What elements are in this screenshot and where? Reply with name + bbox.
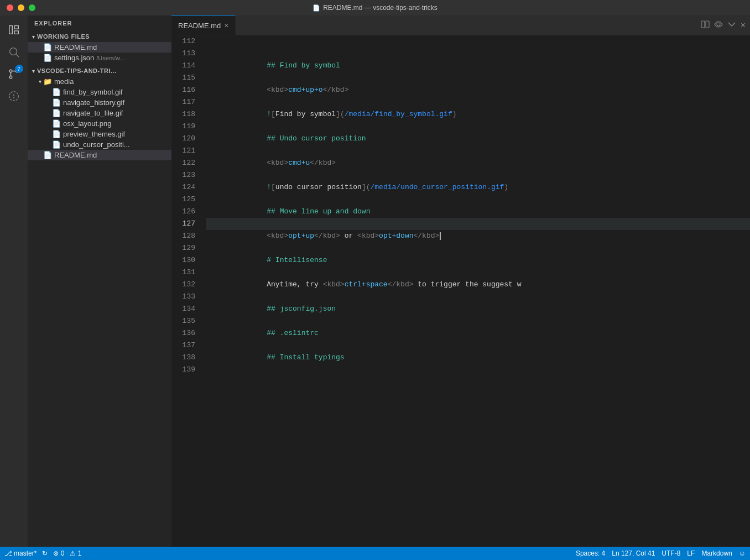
- paren-117a: (: [340, 110, 345, 118]
- kbd-127-opt-down: opt+down: [379, 232, 413, 240]
- working-files-arrow: ▾: [32, 34, 35, 40]
- code-line-123: ![undo cursor position](/media/undo_curs…: [206, 169, 750, 181]
- feedback-icon: ☺: [739, 549, 746, 557]
- code-area[interactable]: ## Find by symbol <kbd>cmd+up+o</kbd> ![: [202, 35, 750, 376]
- heading-text-135: .eslintrc: [275, 329, 319, 337]
- file-find-symbol-name: find_by_symbol.gif: [63, 88, 123, 96]
- kbd-115-content: cmd+up+o: [288, 86, 322, 94]
- language-status[interactable]: Markdown: [701, 549, 732, 557]
- editor-scroll[interactable]: 112 113 114 115 116 117 118 119 120 121 …: [171, 35, 750, 547]
- working-file-settings[interactable]: 📄 settings.json /Users/w...: [28, 53, 171, 63]
- git-activity-icon[interactable]: 7: [4, 64, 24, 84]
- file-preview-themes[interactable]: 📄 preview_themes.gif: [28, 129, 171, 139]
- cursor-position-status[interactable]: Ln 127, Col 41: [612, 549, 655, 557]
- tab-bar: README.md ×: [171, 15, 750, 35]
- heading-hash-129: #: [267, 256, 271, 264]
- file-osx-layout[interactable]: 📄 osx_layout.png: [28, 118, 171, 129]
- close-button[interactable]: [7, 4, 13, 11]
- folder-media[interactable]: ▾ 📁 media: [28, 76, 171, 87]
- tag-131-close: </kbd>: [388, 280, 414, 289]
- heading-text-113: Find by symbol: [275, 61, 340, 70]
- ln-128: 128: [171, 230, 202, 242]
- ln-113: 113: [171, 48, 202, 60]
- open-preview-icon[interactable]: [714, 20, 723, 31]
- tag-127-close1: </kbd>: [314, 232, 340, 240]
- file-find-symbol[interactable]: 📄 find_by_symbol.gif: [28, 87, 171, 97]
- sidebar: EXPLORER ▾ WORKING FILES 📄 README.md 📄 s…: [28, 15, 171, 547]
- status-bar-left: ⎇ master* ↻ ⊗ 0 ⚠ 1: [4, 549, 81, 557]
- branch-status[interactable]: ⎇ master*: [4, 549, 37, 557]
- code-line-131: Anytime, try <kbd>ctrl+space</kbd> to tr…: [206, 266, 750, 279]
- line-numbers: 112 113 114 115 116 117 118 119 120 121 …: [171, 35, 202, 376]
- errors-status[interactable]: ⊗ 0: [53, 549, 64, 557]
- errors-count: ⊗ 0: [53, 549, 64, 557]
- svg-point-10: [717, 23, 720, 26]
- encoding-status[interactable]: UTF-8: [662, 549, 680, 557]
- link-117: /media/find_by_symbol.gif: [345, 110, 452, 118]
- file-undo-cursor[interactable]: 📄 undo_cursor_positi...: [28, 139, 171, 150]
- search-activity-icon[interactable]: [4, 42, 24, 62]
- file-icon: 📄: [52, 98, 61, 107]
- file-navigate-file[interactable]: 📄 navigate_to_file.gif: [28, 108, 171, 118]
- working-file-settings-name: settings.json: [54, 54, 94, 62]
- ln-120: 120: [171, 133, 202, 145]
- ln-138: 138: [171, 352, 202, 364]
- bang-117: !: [267, 110, 271, 118]
- activity-bar: 7: [0, 15, 28, 547]
- tag-115-close: </kbd>: [323, 86, 349, 94]
- window-controls: [7, 4, 35, 11]
- more-actions-icon[interactable]: [727, 20, 736, 31]
- file-readme-project[interactable]: 📄 README.md: [28, 150, 171, 160]
- ln-129: 129: [171, 242, 202, 254]
- main-layout: 7 EXPLORER ▾ WORKING FILES 📄 README.md 📄…: [0, 15, 750, 547]
- tag-127-open1: <kbd>: [267, 232, 288, 240]
- minimize-button[interactable]: [18, 4, 24, 11]
- tab-readme[interactable]: README.md ×: [171, 15, 236, 35]
- tag-115-open: <kbd>: [267, 86, 288, 94]
- svg-point-0: [10, 48, 17, 55]
- debug-activity-icon[interactable]: [4, 86, 24, 106]
- working-file-readme[interactable]: 📄 README.md: [28, 42, 171, 53]
- maximize-button[interactable]: [29, 4, 35, 11]
- code-line-113: ## Find by symbol: [206, 48, 750, 60]
- explorer-activity-icon[interactable]: [4, 20, 24, 40]
- close-editor-icon[interactable]: ×: [741, 20, 746, 30]
- ln-124: 124: [171, 181, 202, 193]
- heading-hash-125: ##: [267, 207, 275, 216]
- heading-text-133: jsconfig.json: [275, 305, 336, 313]
- editor-area: README.md ×: [171, 15, 750, 547]
- file-navigate-history[interactable]: 📄 navigate_history.gif: [28, 97, 171, 108]
- alt-123: undo cursor position: [275, 183, 362, 191]
- project-label: VSCODE-TIPS-AND-TRI...: [37, 67, 117, 74]
- bracket-117a: [: [271, 110, 275, 118]
- warnings-count: ⚠ 1: [70, 549, 81, 557]
- ln-131: 131: [171, 266, 202, 279]
- svg-rect-9: [706, 21, 709, 28]
- ln-115: 115: [171, 72, 202, 84]
- code-line-127[interactable]: <kbd>opt+up</kbd> or <kbd>opt+down</kbd>: [206, 218, 750, 230]
- tab-bar-actions: ×: [696, 15, 750, 35]
- file-icon: 📄: [52, 119, 61, 128]
- split-editor-icon[interactable]: [701, 20, 710, 31]
- line-ending-status[interactable]: LF: [687, 549, 695, 557]
- sync-status[interactable]: ↻: [42, 549, 48, 557]
- link-123: /media/undo_cursor_position.gif: [371, 183, 504, 191]
- ln-127: 127: [171, 218, 202, 230]
- file-undo-cursor-name: undo_cursor_positi...: [63, 140, 130, 149]
- project-header[interactable]: ▾ VSCODE-TIPS-AND-TRI...: [28, 65, 171, 76]
- ln-134: 134: [171, 303, 202, 315]
- bracket-123a: [: [271, 183, 275, 191]
- heading-text-125: Move line up and down: [275, 207, 371, 216]
- sync-icon: ↻: [42, 549, 48, 557]
- svg-rect-8: [701, 21, 705, 28]
- spaces-status[interactable]: Spaces: 4: [576, 549, 605, 557]
- title-bar: 📄 README.md — vscode-tips-and-tricks: [0, 0, 750, 15]
- working-files-header[interactable]: ▾ WORKING FILES: [28, 31, 171, 42]
- feedback-status[interactable]: ☺: [739, 549, 746, 557]
- tag-121-close: </kbd>: [310, 159, 336, 167]
- ln-121: 121: [171, 145, 202, 157]
- editor-content: 112 113 114 115 116 117 118 119 120 121 …: [171, 35, 750, 547]
- tab-close-icon[interactable]: ×: [224, 22, 228, 29]
- warnings-status[interactable]: ⚠ 1: [70, 549, 81, 557]
- bang-123: !: [267, 183, 271, 191]
